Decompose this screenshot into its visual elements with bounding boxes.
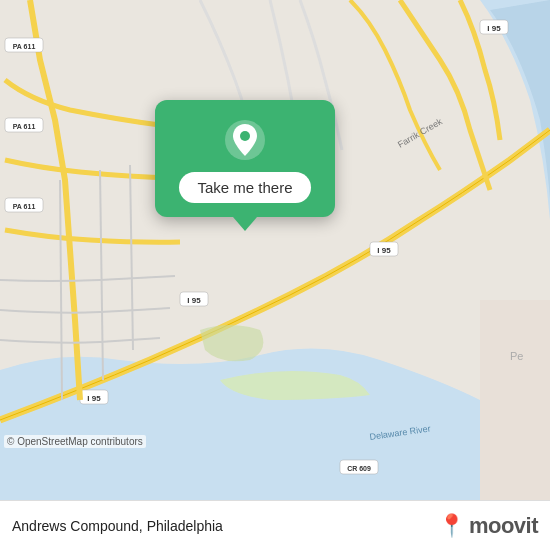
location-pin-icon [223, 118, 267, 162]
location-popup: Take me there [155, 100, 335, 217]
location-name: Andrews Compound, Philadelphia [12, 518, 223, 534]
take-me-there-button[interactable]: Take me there [179, 172, 310, 203]
svg-text:I 95: I 95 [87, 394, 101, 403]
svg-rect-21 [480, 300, 550, 500]
moovit-pin-icon: 📍 [438, 513, 465, 539]
svg-text:I 95: I 95 [487, 24, 501, 33]
moovit-brand-text: moovit [469, 513, 538, 539]
svg-text:CR 609: CR 609 [347, 465, 371, 472]
moovit-logo: 📍 moovit [438, 513, 538, 539]
svg-text:PA 611: PA 611 [13, 43, 36, 50]
svg-text:I 95: I 95 [377, 246, 391, 255]
location-info: Andrews Compound, Philadelphia [12, 518, 438, 534]
map-container: I 95 I 95 I 95 PA 611 PA 611 PA 611 I 95… [0, 0, 550, 500]
svg-point-24 [240, 131, 250, 141]
svg-text:PA 611: PA 611 [13, 203, 36, 210]
svg-text:PA 611: PA 611 [13, 123, 36, 130]
bottom-bar: Andrews Compound, Philadelphia 📍 moovit [0, 500, 550, 550]
svg-text:I 95: I 95 [187, 296, 201, 305]
svg-text:Pe: Pe [510, 350, 523, 362]
map-attribution: © OpenStreetMap contributors [4, 435, 146, 448]
map-background: I 95 I 95 I 95 PA 611 PA 611 PA 611 I 95… [0, 0, 550, 500]
